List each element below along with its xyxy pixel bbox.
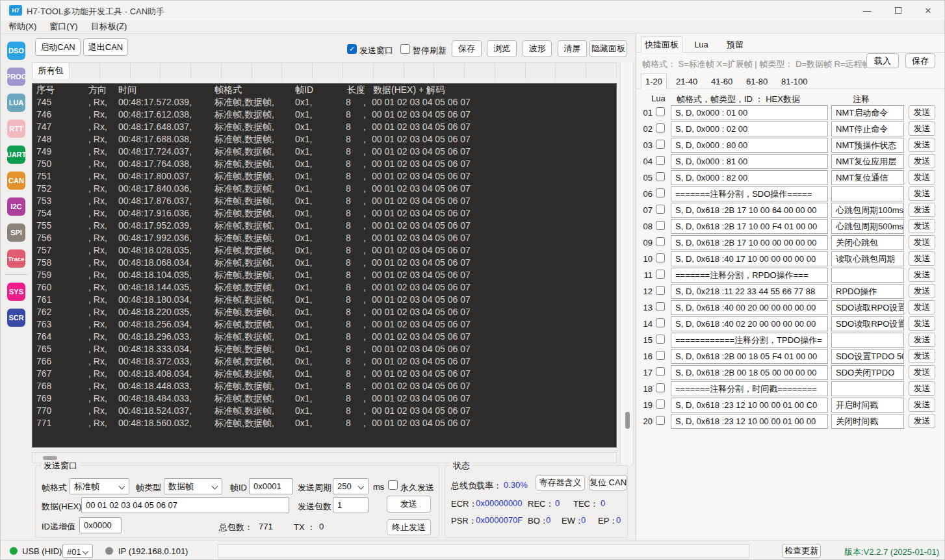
tab-range-61-80[interactable]: 61-80 (742, 73, 771, 89)
quick-row-command-input[interactable]: S, D, 0x000 : 80 00 (671, 138, 828, 153)
quick-row-command-input[interactable]: S, D, 0x618 :2B 17 10 00 00 00 00 00 (671, 235, 828, 250)
tab-empty[interactable] (434, 62, 465, 79)
send-period-select[interactable]: 250 (333, 478, 369, 494)
tab-empty[interactable] (404, 62, 435, 79)
waveform-button[interactable]: 波形 (523, 40, 552, 57)
quick-row-checkbox[interactable] (656, 107, 665, 116)
quick-row-checkbox[interactable] (656, 140, 665, 149)
table-row[interactable]: 761, Rx,00:48:18.180.034,标准帧,数据帧,0x1,8,0… (32, 294, 616, 306)
quick-row-send-button[interactable]: 发送 (909, 154, 935, 168)
table-row[interactable]: 758, Rx,00:48:18.068.034,标准帧,数据帧,0x1,8,0… (32, 257, 616, 269)
quick-row-checkbox[interactable] (656, 286, 665, 295)
menu-item-1[interactable]: 窗口(Y) (49, 20, 77, 33)
quick-row-checkbox[interactable] (656, 237, 665, 246)
tab-empty[interactable] (495, 62, 526, 79)
quick-row-comment-input[interactable] (831, 381, 904, 396)
quick-row-comment-input[interactable] (831, 333, 904, 348)
quick-row-checkbox[interactable] (656, 400, 665, 409)
quick-row-comment-input[interactable] (831, 268, 904, 283)
vertical-scrollbar-thumb[interactable] (625, 412, 630, 429)
quick-row-send-button[interactable]: 发送 (909, 235, 935, 249)
quick-row-command-input[interactable]: S, D, 0x618 :40 17 10 00 00 00 00 00 (671, 251, 828, 266)
table-row[interactable]: 752, Rx,00:48:17.840.036,标准帧,数据帧,0x1,8,0… (32, 183, 616, 195)
quick-row-checkbox[interactable] (656, 270, 665, 279)
tab-range-81-100[interactable]: 81-100 (777, 73, 811, 89)
horizontal-scrollbar-thumb[interactable] (43, 456, 57, 460)
start-can-button[interactable]: 启动CAN (35, 38, 81, 56)
table-row[interactable]: 754, Rx,00:48:17.916.036,标准帧,数据帧,0x1,8,0… (32, 207, 616, 220)
table-row[interactable]: 749, Rx,00:48:17.724.037,标准帧,数据帧,0x1,8,0… (32, 146, 616, 158)
quick-row-command-input[interactable]: S, D, 0x618 :23 12 10 00 00 01 00 C0 (671, 398, 828, 413)
send-button[interactable]: 发送 (387, 496, 431, 513)
quick-row-comment-input[interactable]: 心跳包周期500ms (831, 219, 904, 234)
quick-row-checkbox[interactable] (656, 172, 665, 181)
table-row[interactable]: 757, Rx,00:48:18.028.035,标准帧,数据帧,0x1,8,0… (32, 244, 616, 257)
quick-row-checkbox[interactable] (656, 367, 665, 376)
sidebar-item-scr[interactable]: SCR (7, 309, 25, 327)
quick-row-command-input[interactable]: =======注释分割，RPDO操作=== (671, 268, 828, 283)
quick-row-command-input[interactable]: S, D, 0x218 :11 22 33 44 55 66 77 88 (671, 284, 828, 299)
exit-can-button[interactable]: 退出CAN (83, 38, 128, 56)
sidebar-item-trace[interactable]: Trace (7, 249, 25, 268)
table-row[interactable]: 750, Rx,00:48:17.764.038,标准帧,数据帧,0x1,8,0… (32, 158, 616, 170)
quick-row-comment-input[interactable]: 关闭心跳包 (831, 235, 904, 250)
pause-refresh-checkbox[interactable] (400, 44, 410, 54)
quick-row-command-input[interactable]: S, D, 0x618 :40 00 20 00 00 00 00 00 (671, 300, 828, 315)
sidebar-item-prog[interactable]: PROG (7, 68, 25, 86)
quick-row-checkbox[interactable] (656, 335, 665, 344)
table-row[interactable]: 764, Rx,00:48:18.296.033,标准帧,数据帧,0x1,8,0… (32, 331, 616, 343)
table-row[interactable]: 765, Rx,00:48:18.333.034,标准帧,数据帧,0x1,8,0… (32, 343, 616, 355)
table-row[interactable]: 760, Rx,00:48:18.144.035,标准帧,数据帧,0x1,8,0… (32, 281, 616, 294)
quick-row-send-button[interactable]: 发送 (909, 333, 935, 347)
close-button[interactable]: ✕ (918, 3, 938, 18)
frame-format-select[interactable]: 标准帧 (70, 478, 129, 494)
reset-can-button[interactable]: 复位 CAN (589, 475, 627, 490)
sidebar-item-sys[interactable]: SYS (7, 283, 25, 301)
table-row[interactable]: 770, Rx,00:48:18.524.037,标准帧,数据帧,0x1,8,0… (32, 405, 616, 417)
quick-row-comment-input[interactable]: NMT预操作状态 (831, 138, 904, 153)
quick-row-checkbox[interactable] (656, 188, 665, 197)
table-row[interactable]: 762, Rx,00:48:18.220.035,标准帧,数据帧,0x1,8,0… (32, 306, 616, 318)
quick-row-checkbox[interactable] (656, 383, 665, 392)
tab-empty[interactable] (374, 62, 404, 79)
quick-row-checkbox[interactable] (656, 221, 665, 230)
tab-range-21-40[interactable]: 21-40 (672, 73, 701, 89)
quick-row-comment-input[interactable]: SDO读取RPO设置 (831, 300, 904, 315)
quick-row-comment-input[interactable]: 关闭时间戳 (831, 414, 904, 429)
sidebar-item-lua[interactable]: LUA (7, 94, 25, 112)
tab-empty[interactable] (161, 62, 191, 79)
quick-row-comment-input[interactable] (831, 186, 904, 201)
table-row[interactable]: 746, Rx,00:48:17.612.038,标准帧,数据帧,0x1,8,0… (32, 108, 616, 121)
sidebar-item-spi[interactable]: SPI (7, 223, 25, 242)
forever-send-checkbox[interactable] (388, 480, 398, 490)
tab-empty[interactable] (131, 62, 161, 79)
tab-range-1-20[interactable]: 1-20 (641, 73, 667, 89)
tab-empty[interactable] (343, 62, 374, 79)
menu-item-0[interactable]: 帮助(X) (8, 20, 36, 33)
quick-row-command-input[interactable]: S, D, 0x000 : 01 00 (671, 105, 828, 120)
quick-row-send-button[interactable]: 发送 (909, 398, 935, 412)
stop-send-button[interactable]: 终止发送 (387, 519, 431, 535)
tab-empty[interactable] (586, 62, 617, 79)
frame-table[interactable]: 序号方向时间帧格式帧ID长度数据(HEX) + 解码 745, Rx,00:48… (32, 83, 617, 448)
tab-empty[interactable] (313, 62, 343, 79)
quick-row-checkbox[interactable] (656, 156, 665, 165)
quick-row-send-button[interactable]: 发送 (909, 105, 935, 120)
quick-row-checkbox[interactable] (656, 253, 665, 262)
tab-range-41-60[interactable]: 41-60 (707, 73, 736, 89)
quick-row-command-input[interactable]: S, D, 0x618 :2B 00 18 05 F4 01 00 00 (671, 349, 828, 364)
tab-empty[interactable] (252, 62, 283, 79)
quick-row-send-button[interactable]: 发送 (909, 316, 935, 331)
quick-row-comment-input[interactable]: NMT停止命令 (831, 121, 904, 136)
quick-row-comment-input[interactable]: NMT启动命令 (831, 105, 904, 120)
quick-row-command-input[interactable]: S, D, 0x000 : 02 00 (671, 121, 828, 136)
check-update-button[interactable]: 检查更新 (782, 544, 821, 558)
hide-panel-button[interactable]: 隐藏面板 (589, 40, 627, 57)
quick-row-send-button[interactable]: 发送 (909, 284, 935, 298)
menu-item-2[interactable]: 目标板(Z) (91, 20, 127, 33)
quick-row-comment-input[interactable]: RPDO操作 (831, 284, 904, 299)
tab-empty[interactable] (556, 62, 586, 79)
quick-row-send-button[interactable]: 发送 (909, 268, 935, 282)
quick-row-comment-input[interactable]: NMT复位通信 (831, 170, 904, 185)
table-row[interactable]: 768, Rx,00:48:18.448.033,标准帧,数据帧,0x1,8,0… (32, 380, 616, 392)
